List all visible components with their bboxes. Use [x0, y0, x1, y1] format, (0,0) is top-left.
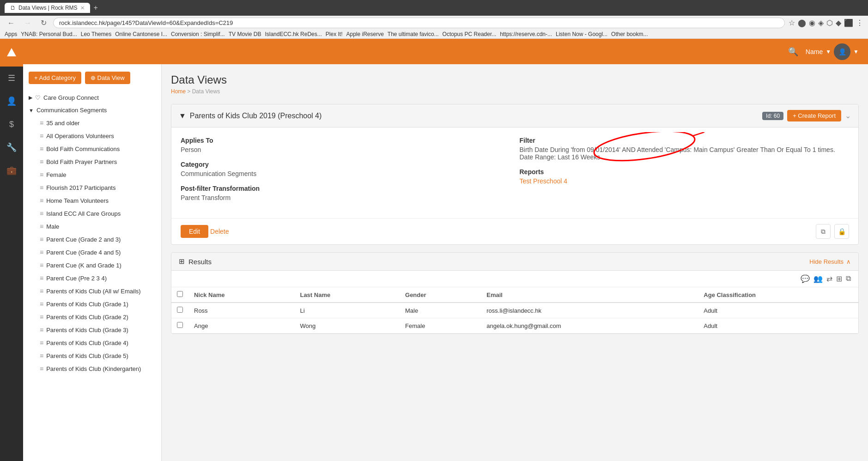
- bookmark-leo[interactable]: Leo Themes: [81, 31, 112, 37]
- nav-briefcase-icon[interactable]: 💼: [0, 159, 23, 182]
- panel-collapse-icon[interactable]: ⌄: [845, 111, 851, 120]
- search-icon[interactable]: 🔍: [788, 47, 798, 57]
- bookmark-apps[interactable]: Apps: [5, 31, 17, 37]
- sidebar-item-bold-faith-comms[interactable]: ≡ Bold Faith Communications: [34, 142, 161, 155]
- chat-icon[interactable]: 💬: [801, 274, 810, 283]
- url-input[interactable]: [53, 18, 785, 28]
- list-icon: ≡: [40, 287, 43, 295]
- merge-icon[interactable]: ⇄: [826, 274, 832, 283]
- cell-age-class: Adult: [698, 303, 858, 318]
- panel-header-right: Id: 60 + Create Report ⌄: [762, 110, 851, 121]
- nav-menu-icon[interactable]: ☰: [0, 67, 23, 90]
- chevron-up-icon: ∧: [846, 258, 851, 265]
- sidebar-item-parent-cue-kgrade1[interactable]: ≡ Parent Cue (K and Grade 1): [34, 259, 161, 272]
- bookmark-cantonese[interactable]: Online Cantonese I...: [115, 31, 167, 37]
- sidebar-item-parent-cue-grade45[interactable]: ≡ Parent Cue (Grade 4 and 5): [34, 246, 161, 259]
- list-icon: ≡: [40, 249, 43, 256]
- sidebar-item-parent-cue-pre234[interactable]: ≡ Parent Cue (Pre 2 3 4): [34, 272, 161, 285]
- copy-data-icon[interactable]: ⧉: [846, 274, 851, 283]
- extension-icon-2[interactable]: ◉: [809, 18, 815, 27]
- sidebar-item-parents-kindergarten[interactable]: ≡ Parents of Kids Club (Kindergarten): [34, 362, 161, 375]
- tab-close-button[interactable]: ✕: [80, 5, 85, 11]
- bookmark-conversion[interactable]: Conversion : Simplif...: [171, 31, 225, 37]
- sidebar-item-label: Parent Cue (Grade 4 and 5): [46, 249, 121, 256]
- sidebar-item-parents-all-emails[interactable]: ≡ Parents of Kids Club (All w/ Emails): [34, 285, 161, 297]
- bookmark-reserve[interactable]: https://reserve.cdn-...: [500, 31, 552, 37]
- sidebar-item-male[interactable]: ≡ Male: [34, 220, 161, 233]
- sidebar-item-care-group-connect[interactable]: ▶ ♡ Care Group Connect: [23, 91, 161, 104]
- create-report-button[interactable]: + Create Report: [787, 110, 841, 121]
- forward-button[interactable]: →: [21, 18, 34, 28]
- hide-results-button[interactable]: Hide Results ∧: [809, 258, 851, 265]
- bookmark-star-icon[interactable]: ☆: [789, 18, 795, 27]
- bookmark-plexitl[interactable]: Plex It!: [326, 31, 343, 37]
- category-arrow-icon: ▶: [29, 95, 32, 101]
- sidebar-item-label: Flourish 2017 Participants: [46, 184, 115, 191]
- cell-gender: Male: [400, 303, 481, 318]
- bookmark-apple[interactable]: Apple iReserve: [346, 31, 383, 37]
- bookmark-listennow[interactable]: Listen Now - Googl...: [556, 31, 607, 37]
- sidebar-item-parents-grade1[interactable]: ≡ Parents of Kids Club (Grade 1): [34, 297, 161, 310]
- delete-button[interactable]: Delete: [210, 228, 229, 235]
- group-icon[interactable]: 👥: [813, 274, 823, 283]
- panel-action-icons: ⧉ 🔒: [816, 224, 849, 239]
- nav-person-icon[interactable]: 👤: [0, 90, 23, 113]
- bookmark-favicon[interactable]: The ultimate favico...: [388, 31, 439, 37]
- extension-icon-3[interactable]: ◈: [818, 18, 824, 27]
- sidebar-item-island-ecc[interactable]: ≡ Island ECC All Care Groups: [34, 207, 161, 220]
- app-logo[interactable]: [0, 39, 23, 67]
- nav-wrench-icon[interactable]: 🔧: [0, 136, 23, 159]
- sidebar-item-home-team[interactable]: ≡ Home Team Volunteers: [34, 194, 161, 207]
- sidebar-item-label: Island ECC All Care Groups: [46, 210, 121, 217]
- lock-icon[interactable]: 🔒: [834, 224, 849, 239]
- sidebar-item-parents-grade3[interactable]: ≡ Parents of Kids Club (Grade 3): [34, 323, 161, 336]
- sidebar-item-all-ops-volunteers[interactable]: ≡ All Operations Volunteers: [34, 129, 161, 142]
- row-checkbox-cell: [171, 318, 188, 334]
- bookmark-other[interactable]: Other bookm...: [611, 31, 648, 37]
- sidebar-item-parent-cue-grade23[interactable]: ≡ Parent Cue (Grade 2 and 3): [34, 233, 161, 246]
- extension-icon-5[interactable]: ◆: [836, 18, 841, 27]
- bookmark-tvmovie[interactable]: TV Movie DB: [229, 31, 261, 37]
- add-category-button[interactable]: + Add Category: [29, 72, 81, 84]
- edit-button[interactable]: Edit: [181, 225, 208, 238]
- sidebar-item-35-older[interactable]: ≡ 35 and older: [34, 116, 161, 129]
- report-link[interactable]: Test Preschool 4: [520, 177, 568, 185]
- bookmark-islandecc[interactable]: IslandECC.hk ReDes...: [265, 31, 322, 37]
- row-checkbox[interactable]: [177, 322, 183, 328]
- breadcrumb-home[interactable]: Home: [171, 88, 186, 95]
- avatar-chevron-icon: ▼: [853, 49, 859, 55]
- row-checkbox[interactable]: [177, 307, 183, 313]
- menu-icon[interactable]: ⋮: [856, 18, 863, 27]
- extension-icon-1[interactable]: ⬤: [798, 18, 806, 27]
- copy-icon[interactable]: ⧉: [816, 224, 831, 239]
- avatar[interactable]: 👤: [834, 43, 850, 60]
- sidebar-item-bold-faith-prayer[interactable]: ≡ Bold Faith Prayer Partners: [34, 155, 161, 168]
- list-icon: ≡: [40, 326, 43, 334]
- sidebar-item-label: Parent Cue (K and Grade 1): [46, 262, 121, 269]
- select-all-checkbox[interactable]: [177, 291, 183, 297]
- user-menu[interactable]: Name ▼ 👤 ▼: [806, 43, 859, 60]
- browser-tab[interactable]: 🗋 Data Views | Rock RMS ✕: [5, 3, 90, 13]
- back-button[interactable]: ←: [5, 18, 18, 28]
- reload-button[interactable]: ↻: [38, 18, 49, 28]
- nav-dollar-icon[interactable]: $: [0, 113, 23, 136]
- sidebar-item-female[interactable]: ≡ Female: [34, 168, 161, 181]
- list-icon: ≡: [40, 197, 43, 204]
- bookmark-octopus[interactable]: Octopus PC Reader...: [443, 31, 497, 37]
- data-view-button[interactable]: ⊕ Data View: [85, 72, 130, 84]
- grid-icon[interactable]: ⊞: [836, 274, 842, 283]
- sidebar-item-communication-segments[interactable]: ▼ Communication Segments: [23, 104, 161, 116]
- sidebar-item-parents-grade4[interactable]: ≡ Parents of Kids Club (Grade 4): [34, 336, 161, 349]
- sidebar-item-parents-grade5[interactable]: ≡ Parents of Kids Club (Grade 5): [34, 349, 161, 362]
- extension-icon-6[interactable]: ⬛: [844, 18, 853, 27]
- extension-icon-4[interactable]: ⬡: [826, 18, 833, 27]
- table-head: Nick Name Last Name Gender Email Age Cla…: [171, 287, 858, 303]
- sidebar-item-flourish[interactable]: ≡ Flourish 2017 Participants: [34, 181, 161, 194]
- filter-label: Filter: [520, 137, 850, 144]
- sidebar-item-label: Parent Cue (Grade 2 and 3): [46, 236, 121, 243]
- sidebar-item-parents-grade2[interactable]: ≡ Parents of Kids Club (Grade 2): [34, 310, 161, 323]
- new-tab-button[interactable]: +: [94, 4, 98, 12]
- svg-line-2: [693, 132, 704, 136]
- cell-age-class: Adult: [698, 318, 858, 334]
- bookmark-ynab[interactable]: YNAB: Personal Bud...: [21, 31, 77, 37]
